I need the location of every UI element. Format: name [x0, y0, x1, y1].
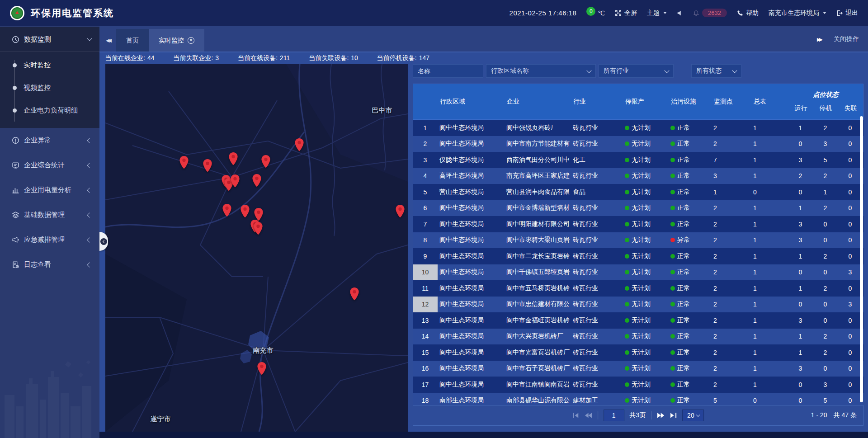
close-icon[interactable]: ✕ [188, 37, 194, 44]
map-pin[interactable] [257, 362, 267, 376]
table-row[interactable]: 12 阆中生态环境局 阆中市忠信建材有限公 砖瓦行业 无计划 正常 [413, 297, 863, 313]
page-size-select[interactable]: 20 [682, 410, 704, 421]
status-dot-green [625, 366, 629, 371]
table-row[interactable]: 10 阆中生态环境局 阆中千佛镇五郎垭页岩 砖瓦行业 无计划 正常 [413, 264, 863, 281]
org-dropdown[interactable]: 南充市生态环境局 [769, 9, 826, 17]
table-row[interactable]: 7 阆中生态环境局 阆中明阳建材有限公司 砖瓦行业 无计划 正常 [413, 216, 863, 232]
table-row[interactable]: 17 阆中生态环境局 阆中市江南镇阆南页岩 砖瓦行业 无计划 正常 [413, 377, 863, 393]
map-pin[interactable] [252, 174, 262, 188]
sidebar-item-log-view[interactable]: 日志查看 [0, 252, 99, 277]
tab-home[interactable]: 首页 [116, 29, 149, 52]
status-dot [670, 398, 675, 403]
cell-company: 营山县润丰肉食品有限 [505, 188, 572, 196]
sidebar-item-enterprise-statistics[interactable]: 企业综合统计 [0, 153, 99, 178]
table-row[interactable]: 14 阆中生态环境局 阆中大兴页岩机砖厂 砖瓦行业 无计划 正常 [413, 329, 863, 345]
last-page-button[interactable] [670, 412, 677, 419]
col-running: 运行 [788, 104, 813, 113]
cell-stopped: 5 [813, 397, 838, 404]
map-pin[interactable] [349, 287, 359, 301]
next-page-button[interactable] [657, 412, 665, 419]
row-index: 14 [413, 329, 438, 345]
table-row[interactable]: 5 营山生态环境局 营山县润丰肉食品有限 食品 无计划 正常 [413, 184, 863, 200]
sound-toggle[interactable] [677, 10, 683, 16]
region-select[interactable]: 行政区域名称 [486, 64, 596, 78]
table-row[interactable]: 8 阆中生态环境局 阆中市枣碧大梁山页岩 砖瓦行业 无计划 异常 [413, 232, 863, 249]
map-pin[interactable] [240, 204, 250, 218]
map-pin[interactable] [179, 155, 189, 170]
map-pin[interactable] [228, 152, 238, 166]
industry-select[interactable]: 所有行业 [599, 64, 674, 78]
theme-dropdown[interactable]: 主题 [647, 9, 667, 17]
cell-industry: 砖瓦行业 [572, 300, 623, 308]
first-page-button[interactable] [572, 412, 579, 419]
table-row[interactable]: 13 阆中生态环境局 阆中市金福旺页岩机砖 砖瓦行业 无计划 正常 [413, 312, 863, 329]
page-number-input[interactable] [604, 410, 624, 421]
cell-running: 0 [788, 188, 813, 196]
cell-stopped: 5 [813, 156, 838, 164]
cell-company: 阆中市枣碧大梁山页岩 [505, 236, 572, 244]
bell-icon [693, 10, 699, 16]
sidebar-item-power-load-detail[interactable]: 企业电力负荷明细 [0, 99, 99, 122]
cell-pollution-facility: 正常 [666, 284, 709, 292]
notifications[interactable]: 2632 [693, 9, 727, 17]
cell-total-meter: 1 [750, 349, 788, 356]
table-row[interactable]: 15 阆中生态环境局 阆中市光富页岩机砖厂 砖瓦行业 无计划 正常 [413, 344, 863, 361]
name-search-input[interactable] [413, 64, 483, 78]
cell-region: 阆中生态环境局 [438, 381, 505, 389]
map[interactable]: 巴中市南充市遂宁市 [105, 64, 408, 432]
sidebar-item-emergency-reduction[interactable]: 应急减排管理 [0, 227, 99, 252]
status-dot [670, 254, 675, 259]
help-button[interactable]: 帮助 [737, 9, 759, 17]
sidebar-item-power-usage-analysis[interactable]: 企业用电量分析 [0, 178, 99, 203]
tabs-scroll-right-button[interactable]: ▶▶ [817, 37, 821, 42]
map-pin[interactable] [203, 159, 212, 173]
scrollbar-thumb[interactable] [860, 116, 863, 402]
cell-stop-production: 无计划 [623, 172, 666, 180]
table-row[interactable]: 3 仪陇生态环境局 西南油气田分公司川中 化工 无计划 正常 [413, 152, 863, 168]
map-pin[interactable] [261, 155, 271, 169]
map-pin[interactable] [230, 174, 240, 188]
status-dot-green [625, 286, 629, 291]
fullscreen-button[interactable]: 全屏 [615, 9, 637, 17]
table-row[interactable]: 16 阆中生态环境局 阆中市石子页岩机砖厂 砖瓦行业 无计划 正常 [413, 361, 863, 377]
table-row[interactable]: 6 阆中生态环境局 阆中市金博瑞新型墙材 砖瓦行业 无计划 正常 [413, 200, 863, 217]
cell-stop-production: 无计划 [623, 124, 666, 132]
cell-monitoring-points: 2 [709, 236, 750, 244]
status-dot [670, 286, 675, 291]
sidebar-item-data-monitoring[interactable]: 数据监测 [0, 27, 99, 52]
prev-page-button[interactable] [585, 412, 592, 419]
cell-stopped: 2 [813, 253, 838, 260]
status-select[interactable]: 所有状态 [691, 64, 741, 78]
sidebar: 数据监测 实时监控 视频监控 企业电力负荷明细 [0, 26, 99, 438]
tabs-scroll-left-button[interactable]: ◀◀ [106, 38, 110, 43]
cell-company: 阆中大兴页岩机砖厂 [505, 332, 572, 340]
gauge-icon [12, 36, 19, 43]
table-row[interactable]: 1 阆中生态环境局 阆中强锐页岩砖厂 砖瓦行业 无计划 正常 [413, 120, 863, 136]
tab-realtime-monitoring[interactable]: 实时监控 ✕ [149, 29, 204, 52]
map-pin[interactable] [294, 138, 304, 152]
row-index: 13 [413, 312, 438, 329]
table-header: 行政区域 企业 行业 停限产 治污设施 监测点 总表 点位状态 运行 停机 失联 [413, 84, 863, 120]
chevron-down-icon [664, 68, 669, 73]
sidebar-item-enterprise-abnormal[interactable]: 企业异常 [0, 128, 99, 153]
map-pin[interactable] [395, 204, 405, 218]
map-pin[interactable] [222, 203, 232, 217]
sidebar-item-video-monitoring[interactable]: 视频监控 [0, 76, 99, 99]
sidebar-item-basic-data-management[interactable]: 基础数据管理 [0, 203, 99, 227]
chevron-left-icon [87, 163, 92, 168]
table-row[interactable]: 18 南部生态环境局 南部县砚华山泥有限公 建材加工 无计划 正常 [413, 393, 863, 405]
status-dot-green [625, 254, 629, 259]
cell-region: 阆中生态环境局 [438, 284, 505, 292]
close-operations-button[interactable]: 关闭操作 [834, 35, 859, 43]
log-icon [12, 261, 19, 268]
logout-button[interactable]: 退出 [836, 9, 858, 17]
cell-stop-production: 无计划 [623, 284, 666, 292]
table-row[interactable]: 2 阆中生态环境局 阆中市南方节能建材有 砖瓦行业 无计划 正常 [413, 136, 863, 152]
table-row[interactable]: 11 阆中生态环境局 阆中市五马桥页岩机砖 砖瓦行业 无计划 正常 [413, 280, 863, 297]
table-row[interactable]: 9 阆中生态环境局 阆中市二龙长宝页岩砖 砖瓦行业 无计划 正常 [413, 248, 863, 264]
cell-total-meter: 1 [750, 381, 788, 388]
sidebar-item-realtime-monitoring[interactable]: 实时监控 [0, 54, 99, 76]
cell-monitoring-points: 2 [709, 221, 750, 228]
map-pin[interactable] [253, 221, 263, 235]
table-row[interactable]: 4 高坪生态环境局 南充市高坪区王家店建 砖瓦行业 无计划 正常 [413, 168, 863, 184]
